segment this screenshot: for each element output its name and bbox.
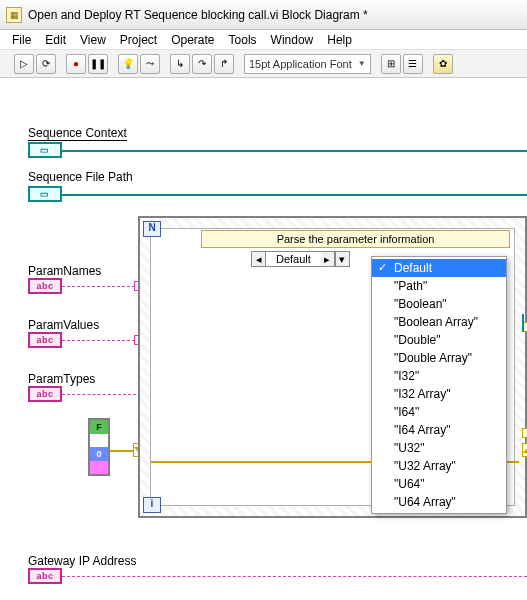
dropdown-item-path[interactable]: "Path" bbox=[372, 277, 506, 295]
dropdown-item-u64[interactable]: "U64" bbox=[372, 475, 506, 493]
dropdown-item-u32-array[interactable]: "U32 Array" bbox=[372, 457, 506, 475]
dropdown-item-double[interactable]: "Double" bbox=[372, 331, 506, 349]
step-out-button[interactable]: ↱ bbox=[214, 54, 234, 74]
menu-edit[interactable]: Edit bbox=[39, 31, 72, 49]
dropdown-item-default[interactable]: ✓ Default bbox=[372, 259, 506, 277]
window-titlebar: ▦ Open and Deploy RT Sequence blocking c… bbox=[0, 0, 527, 30]
pause-button[interactable]: ❚❚ bbox=[88, 54, 108, 74]
terminal-gateway-ip[interactable]: abc bbox=[28, 568, 62, 584]
loop-n-terminal[interactable]: N bbox=[143, 221, 161, 237]
menu-project[interactable]: Project bbox=[114, 31, 163, 49]
retain-wires-button[interactable]: ⤳ bbox=[140, 54, 160, 74]
block-diagram-canvas[interactable]: Sequence Context ▭ Sequence File Path ▭ … bbox=[0, 78, 527, 600]
constant-pink bbox=[90, 461, 108, 475]
dropdown-item-boolean-array[interactable]: "Boolean Array" bbox=[372, 313, 506, 331]
chevron-down-icon: ▼ bbox=[358, 59, 366, 68]
check-icon: ✓ bbox=[378, 261, 387, 274]
terminal-param-values[interactable]: abc bbox=[28, 332, 62, 348]
menu-tools[interactable]: Tools bbox=[223, 31, 263, 49]
font-selector[interactable]: 15pt Application Font ▼ bbox=[244, 54, 371, 74]
tunnel-out-gold bbox=[522, 428, 527, 438]
wire-out-teal-stub bbox=[522, 314, 524, 332]
menu-file[interactable]: File bbox=[6, 31, 37, 49]
step-into-button[interactable]: ↳ bbox=[170, 54, 190, 74]
label-sequence-file-path: Sequence File Path bbox=[28, 170, 133, 184]
wire-sequence-context bbox=[62, 150, 527, 152]
terminal-sequence-file-path[interactable]: ▭ bbox=[28, 186, 62, 202]
dropdown-item-i32-array[interactable]: "I32 Array" bbox=[372, 385, 506, 403]
menu-window[interactable]: Window bbox=[265, 31, 320, 49]
step-over-button[interactable]: ↷ bbox=[192, 54, 212, 74]
constant-zero: 0 bbox=[90, 447, 108, 461]
dropdown-item-u32[interactable]: "U32" bbox=[372, 439, 506, 457]
label-param-names: ParamNames bbox=[28, 264, 101, 278]
constant-false: F bbox=[90, 420, 108, 434]
terminal-param-names[interactable]: abc bbox=[28, 278, 62, 294]
run-button[interactable]: ▷ bbox=[14, 54, 34, 74]
abort-button[interactable]: ● bbox=[66, 54, 86, 74]
dropdown-item-i64-array[interactable]: "I64 Array" bbox=[372, 421, 506, 439]
terminal-param-types[interactable]: abc bbox=[28, 386, 62, 402]
align-button[interactable]: ⊞ bbox=[381, 54, 401, 74]
case-dropdown-menu: ✓ Default "Path" "Boolean" "Boolean Arra… bbox=[371, 256, 507, 514]
loop-header-comment: Parse the parameter information bbox=[201, 230, 510, 248]
case-dropdown-button[interactable]: ▾ bbox=[335, 252, 349, 266]
menu-operate[interactable]: Operate bbox=[165, 31, 220, 49]
terminal-sequence-context[interactable]: ▭ bbox=[28, 142, 62, 158]
label-param-types: ParamTypes bbox=[28, 372, 95, 386]
menubar: File Edit View Project Operate Tools Win… bbox=[0, 30, 527, 50]
dropdown-item-u64-array[interactable]: "U64 Array" bbox=[372, 493, 506, 511]
run-continuous-button[interactable]: ⟳ bbox=[36, 54, 56, 74]
menu-help[interactable]: Help bbox=[321, 31, 358, 49]
label-gateway-ip: Gateway IP Address bbox=[28, 554, 137, 568]
label-sequence-context: Sequence Context bbox=[28, 126, 127, 141]
shift-register-right bbox=[522, 443, 527, 457]
wire-sequence-file-path bbox=[62, 194, 527, 196]
constant-cluster[interactable]: F 0 bbox=[88, 418, 110, 476]
labview-icon: ▦ bbox=[6, 7, 22, 23]
toolbar: ▷ ⟳ ● ❚❚ 💡 ⤳ ↳ ↷ ↱ 15pt Application Font… bbox=[0, 50, 527, 78]
window-title: Open and Deploy RT Sequence blocking cal… bbox=[28, 8, 368, 22]
dropdown-item-double-array[interactable]: "Double Array" bbox=[372, 349, 506, 367]
menu-view[interactable]: View bbox=[74, 31, 112, 49]
loop-i-terminal[interactable]: i bbox=[143, 497, 161, 513]
dropdown-item-i64[interactable]: "I64" bbox=[372, 403, 506, 421]
case-selector[interactable]: ◂ Default ▸ ▾ bbox=[251, 251, 350, 267]
cleanup-button[interactable]: ✿ bbox=[433, 54, 453, 74]
wire-gateway-ip bbox=[62, 576, 527, 577]
case-next-button[interactable]: ▸ bbox=[321, 252, 335, 266]
dropdown-item-i32[interactable]: "I32" bbox=[372, 367, 506, 385]
label-param-values: ParamValues bbox=[28, 318, 99, 332]
case-prev-button[interactable]: ◂ bbox=[252, 252, 266, 266]
font-selector-label: 15pt Application Font bbox=[249, 58, 352, 70]
dropdown-item-boolean[interactable]: "Boolean" bbox=[372, 295, 506, 313]
case-value-label[interactable]: Default bbox=[266, 252, 321, 266]
distribute-button[interactable]: ☰ bbox=[403, 54, 423, 74]
highlight-exec-button[interactable]: 💡 bbox=[118, 54, 138, 74]
constant-empty bbox=[90, 434, 108, 448]
wire-param-values bbox=[62, 340, 140, 341]
wire-param-names bbox=[62, 286, 140, 287]
